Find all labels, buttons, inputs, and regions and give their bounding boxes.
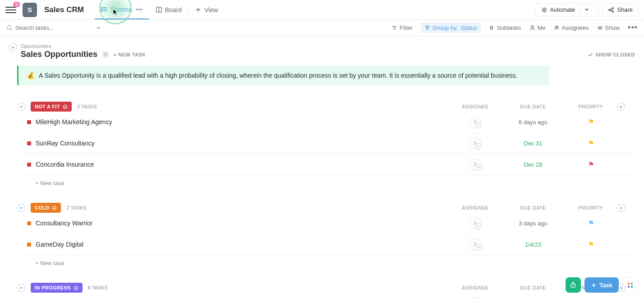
plus-icon — [591, 282, 597, 288]
svg-point-38 — [74, 286, 78, 290]
status-pill[interactable]: NOT A FIT — [31, 102, 72, 112]
svg-point-4 — [101, 9, 102, 10]
footer-actions: Task — [566, 277, 638, 293]
menu-toggle-button[interactable]: 2 — [5, 5, 16, 15]
status-group: IN PROGRESS 8 TASKS ASSIGNEE DUE DATE PR… — [9, 283, 635, 299]
chevron-down-icon[interactable] — [580, 6, 593, 13]
task-count: 3 TASKS — [77, 104, 97, 109]
status-dot-icon — [27, 221, 31, 225]
priority-flag-icon[interactable]: ⚑ — [568, 240, 613, 248]
due-date-cell[interactable]: Dec 28 — [501, 161, 565, 168]
tab-board[interactable]: Board — [149, 0, 188, 19]
task-name[interactable]: Consultancy Warrior — [36, 220, 92, 227]
svg-point-26 — [492, 29, 492, 30]
add-column-button[interactable]: + — [617, 204, 625, 212]
tab-more-icon[interactable]: ••• — [136, 6, 143, 13]
svg-point-3 — [101, 7, 102, 8]
people-icon — [554, 25, 560, 31]
task-row[interactable]: Twilight Construction Nov 30 ⚑ — [17, 293, 635, 299]
collapse-group-button[interactable] — [17, 284, 25, 292]
assignee-add-button[interactable] — [469, 116, 481, 128]
info-icon[interactable]: i — [102, 51, 109, 58]
svg-point-16 — [7, 25, 11, 29]
show-button[interactable]: Show — [597, 24, 620, 31]
check-icon — [588, 52, 593, 57]
task-name[interactable]: SunRay Consultancy — [36, 140, 95, 147]
add-column-button[interactable]: + — [617, 103, 625, 111]
due-date-cell[interactable]: 1/4/23 — [501, 241, 565, 248]
status-group: COLD 2 TASKS ASSIGNEE DUE DATE PRIORITY … — [9, 203, 635, 266]
collapse-list-button[interactable] — [9, 43, 17, 51]
task-row[interactable]: GameDay Digital 1/4/23 ⚑ — [17, 234, 635, 255]
topbar: 2 S Sales CRM Summa ••• Board View Autom… — [0, 0, 644, 20]
new-task-button[interactable]: + NEW TASK — [114, 52, 146, 57]
status-dot-icon — [27, 141, 31, 145]
assignee-add-button[interactable] — [469, 217, 481, 229]
add-view-label: View — [204, 6, 218, 14]
task-row[interactable]: SunRay Consultancy Dec 31 ⚑ — [17, 133, 635, 154]
show-closed-button[interactable]: SHOW CLOSED — [588, 52, 635, 57]
timer-button[interactable] — [566, 277, 581, 293]
svg-line-17 — [11, 29, 12, 30]
assignee-add-button[interactable] — [469, 297, 481, 299]
apps-button[interactable] — [622, 277, 638, 293]
subtasks-button[interactable]: Subtasks — [489, 24, 521, 31]
svg-point-12 — [612, 7, 614, 9]
task-row[interactable]: MileHigh Marketing Agency 6 days ago ⚑ — [17, 112, 635, 133]
svg-point-10 — [543, 9, 545, 11]
assignee-add-button[interactable] — [469, 238, 481, 250]
tab-list[interactable]: Summa ••• — [95, 0, 149, 19]
automate-button[interactable]: Automate — [535, 3, 599, 16]
svg-point-37 — [474, 243, 476, 244]
task-name[interactable]: MileHigh Marketing Agency — [36, 118, 112, 126]
priority-flag-icon[interactable]: ⚑ — [568, 160, 613, 168]
more-button[interactable]: ••• — [628, 23, 638, 33]
list-title[interactable]: Sales Opportunities — [21, 50, 97, 59]
task-name[interactable]: GameDay Digital — [36, 241, 83, 248]
collapse-group-button[interactable] — [17, 103, 25, 111]
space-title[interactable]: Sales CRM — [44, 5, 84, 14]
due-date-cell[interactable]: 3 days ago — [501, 220, 565, 227]
collapse-group-button[interactable] — [17, 204, 25, 212]
chevron-down-icon[interactable] — [96, 25, 101, 30]
group-new-task-button[interactable]: + New task — [17, 255, 635, 266]
due-date-cell[interactable]: Dec 31 — [501, 140, 565, 147]
share-button[interactable]: Share — [602, 3, 639, 16]
filter-icon — [391, 25, 397, 31]
svg-point-31 — [63, 105, 67, 108]
due-date-cell[interactable]: 6 days ago — [501, 119, 565, 126]
assignee-add-button[interactable] — [469, 159, 481, 170]
space-avatar[interactable]: S — [23, 3, 37, 17]
task-row[interactable]: Concordia Insurance Dec 28 ⚑ — [17, 154, 635, 175]
description-note[interactable]: 💰 A Sales Opportunity is a qualified lea… — [17, 65, 549, 85]
col-priority: PRIORITY — [568, 205, 613, 210]
assignee-add-button[interactable] — [469, 137, 481, 149]
priority-flag-icon[interactable]: ⚑ — [568, 139, 613, 147]
tab-board-label: Board — [165, 6, 182, 14]
status-label: NOT A FIT — [35, 104, 60, 109]
subtasks-icon — [489, 25, 495, 31]
breadcrumb: Opportunities — [21, 43, 635, 49]
board-icon — [156, 6, 162, 13]
add-view-button[interactable]: View — [189, 0, 224, 19]
svg-point-25 — [492, 28, 492, 28]
group-new-task-button[interactable]: + New task — [17, 175, 635, 187]
new-task-fab[interactable]: Task — [584, 277, 619, 293]
svg-point-22 — [428, 26, 429, 27]
automate-icon — [541, 7, 547, 13]
status-pill[interactable]: COLD — [31, 203, 61, 213]
groupby-button[interactable]: Group by: Status — [421, 23, 481, 33]
priority-flag-icon[interactable]: ⚑ — [568, 118, 613, 126]
svg-point-35 — [53, 206, 56, 210]
task-name[interactable]: Concordia Insurance — [36, 161, 94, 168]
task-row[interactable]: Consultancy Warrior 3 days ago ⚑ — [17, 213, 635, 234]
me-button[interactable]: Me — [529, 24, 546, 31]
search-input[interactable] — [15, 24, 93, 31]
assignees-button[interactable]: Assignees — [554, 24, 589, 31]
status-pill[interactable]: IN PROGRESS — [31, 283, 83, 293]
priority-flag-icon[interactable]: ⚑ — [568, 219, 613, 227]
filter-button[interactable]: Filter — [391, 24, 413, 31]
stopwatch-icon — [570, 281, 577, 289]
status-dot-icon — [27, 120, 31, 124]
svg-point-36 — [474, 221, 476, 223]
